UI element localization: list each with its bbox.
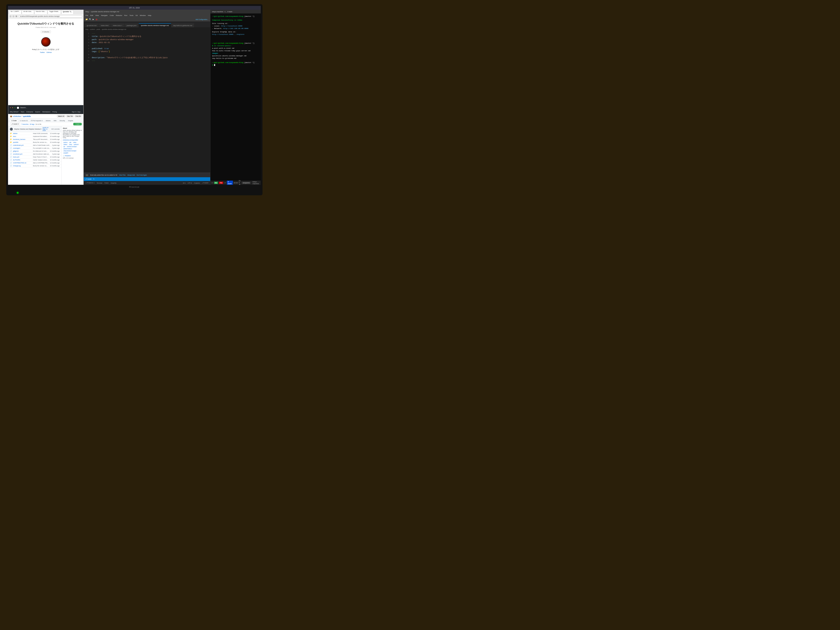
toolbar-run-icon[interactable]: ▶ [93,18,94,21]
tab-say-hello[interactable]: say-hello-to-gridsome.md [171,23,194,27]
toolbar-search-icon[interactable]: 🔍 [89,18,92,21]
file-name[interactable]: gitignore [13,150,32,152]
always-add-link[interactable]: Always Add [127,174,135,176]
term-time: 22:22 [234,182,238,184]
tag-python[interactable]: python [63,142,68,143]
nav-team[interactable]: Team [21,111,24,112]
license-link[interactable]: GPL 2.0 License [63,157,82,159]
tab-wiki[interactable]: Wiki [52,119,58,122]
github-link[interactable]: GitHub [46,51,52,53]
menu-run[interactable]: Run [124,14,128,16]
tag-sling-wm[interactable]: sling-window-manager [63,150,77,152]
twitter-link[interactable]: Twitter [40,51,45,53]
browser-tab-1[interactable]: Ver. 1.3/APP... [9,10,21,14]
nav-explore[interactable]: Explore [35,111,40,112]
menu-git[interactable]: Git [136,14,137,16]
forward-button[interactable]: › [12,15,15,17]
browser-tab-4[interactable]: Toggle Shado... [48,10,61,14]
file-name[interactable]: travis.yml [13,156,32,158]
add-config-btn[interactable]: Add Configuration... [196,19,208,20]
tab-index-scss[interactable]: index.scss × [111,23,125,27]
tab-actions[interactable]: Actions [44,119,52,122]
nav-enterprise[interactable]: Enterprise [27,111,33,112]
tab-prs[interactable]: ⛙ Pull requests 3 [29,119,44,122]
tab-gs-server[interactable]: gs-server.md [85,23,99,27]
commit-count[interactable]: 422 commits [51,128,60,130]
graphql-item[interactable]: GraphQL [111,182,117,184]
file-name[interactable]: scrutinizer.yml [13,153,32,155]
fork-btn[interactable]: Fork 58 [74,115,82,117]
term-bash-label[interactable]: 3 bash [227,181,233,185]
file-name[interactable]: codeclimate.yml [13,144,32,146]
back-button[interactable]: ‹ [9,15,12,17]
tag-sling[interactable]: sling [68,144,73,145]
nav-signin[interactable]: Sign in | Sign... [72,111,82,112]
tab-quicktile-md[interactable]: quicktile-ubuntu-window-manager.md [139,23,171,27]
dont-ask-link[interactable]: Don't Ask Again [137,174,147,176]
code-button[interactable]: ↓ Code ▾ [73,123,82,125]
code-area[interactable]: --- title: QuicktileでUbuntuのウィンドウを整列させる … [90,31,210,173]
browser-tab-3[interactable]: How do I disc... [35,10,47,14]
file-name[interactable]: coveragerc [13,147,32,149]
file-name[interactable]: ChangeLog [13,165,32,167]
menu-file[interactable]: File [85,14,88,16]
about-title: About [63,128,82,129]
tag-gtk[interactable]: gtk [69,142,72,143]
tab-package-json[interactable]: package.json [125,23,139,27]
browser-tab-2[interactable]: ctrl alt d ubu... [22,10,34,14]
file-name[interactable]: quicktile [13,142,32,143]
file-name[interactable]: docs [13,136,32,137]
tab-security[interactable]: Security [58,119,66,122]
tab-issues[interactable]: ⊙ Issues 31 [18,119,29,122]
menu-window[interactable]: Window [140,14,145,16]
file-name[interactable]: CONTRIBUTING.rst [13,162,32,164]
tab-insights[interactable]: Insights [66,119,74,122]
menu-tools[interactable]: Tools [129,14,134,16]
problems-item[interactable]: ⚠ Problems 1 [85,182,95,184]
tag-python3[interactable]: python3 [73,144,79,145]
repo-owner[interactable]: s3okolow [13,115,21,117]
todo-item[interactable]: TODO [104,182,109,184]
tag-git[interactable]: git [63,146,66,147]
file-desc: Tidy up API documentation TODO notes. [33,139,49,140]
terminal-item[interactable]: Terminal [96,182,102,184]
tab-code[interactable]: ⬡ Code [10,119,18,122]
menu-refactor[interactable]: Refactor [116,14,122,16]
nav-why-github[interactable]: Why GitHub? [10,111,19,112]
readme-link[interactable]: 📄 Readme [63,155,82,157]
menu-code[interactable]: Code [110,14,114,16]
branches-count[interactable]: 7 branches [21,123,28,125]
refresh-button[interactable]: ↻ [15,15,17,17]
menu-view[interactable]: View [95,14,99,16]
nav-pricing[interactable]: Pricing [52,111,57,112]
repo-name[interactable]: quicktile [23,115,31,117]
menu-navigate[interactable]: Navigate [101,14,108,16]
view-files-link[interactable]: View Files [119,174,126,176]
url-bar[interactable]: localhost:8000/asayamakk-quicktile-ubunt… [19,15,82,17]
browser-tab-5[interactable]: Quicktile で... [61,10,74,14]
terminal-content[interactable]: ~/git/github.com/asayamakk/blog [master … [210,13,261,181]
toolbar-debug-icon[interactable]: 🐞 [95,18,98,21]
branch-dropdown[interactable]: ⎇ master ▾ [10,123,20,125]
left-panel: Ver. 1.3/APP... ctrl alt d ubu... How do… [8,9,84,185]
file-name[interactable]: AUTHORS [13,159,32,161]
watch-btn[interactable]: Watch 20 [57,115,65,117]
menu-edit[interactable]: Edit [90,14,93,16]
tags-count[interactable]: 18 tags [30,123,35,125]
menu-help[interactable]: Help [148,14,151,16]
toolbar-folder-icon[interactable]: 📁 [85,18,88,21]
file-name[interactable]: debian [13,133,32,134]
tab-index-html[interactable]: index.html [99,23,111,27]
tag-utility[interactable]: utility [73,142,77,143]
tag-addon[interactable]: addon [63,144,68,145]
commit-message: cautin on May 11, 2020 [43,127,50,131]
tag-wm[interactable]: window-manager [66,146,77,147]
star-btn[interactable]: Star 704 [66,115,74,117]
go-to-file[interactable]: Go to file [35,123,41,125]
file-name[interactable]: functional_harness [13,139,32,140]
tag-pyqgtk[interactable]: pyqgtk5 [63,152,69,154]
about-website-link[interactable]: s3okolow.com/quicktile/ [63,139,82,141]
nav-marketplace[interactable]: Marketplace [42,111,50,112]
tag-global-hotkeys[interactable]: global-hotkeys [63,148,73,150]
terminal-top-bar: tokyo-machine: ~/... 3 bash [210,9,261,13]
